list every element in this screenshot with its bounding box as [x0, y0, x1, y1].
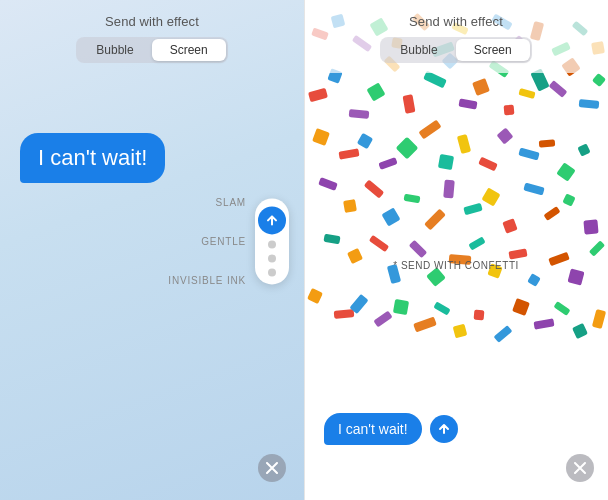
confetti-piece — [373, 311, 392, 328]
confetti-piece — [472, 78, 490, 96]
confetti-piece — [423, 71, 447, 88]
confetti-piece — [504, 105, 515, 116]
confetti-piece — [457, 134, 471, 154]
arrow-up-icon — [265, 213, 279, 227]
send-arrow-icon — [437, 422, 451, 436]
confetti-piece — [572, 323, 588, 339]
confetti-piece — [443, 180, 455, 199]
confetti-piece — [478, 157, 498, 172]
confetti-piece — [468, 236, 485, 250]
right-close-button[interactable] — [566, 454, 594, 482]
confetti-piece — [583, 219, 598, 234]
confetti-piece — [308, 88, 328, 102]
confetti-piece — [323, 234, 340, 245]
confetti-piece — [518, 148, 539, 161]
confetti-piece — [592, 309, 606, 329]
confetti-piece — [543, 206, 560, 221]
left-tab-bubble[interactable]: Bubble — [78, 39, 151, 61]
confetti-piece — [533, 318, 554, 329]
confetti-piece — [497, 128, 514, 145]
scroll-dot-3 — [268, 268, 276, 276]
confetti-piece — [418, 120, 441, 140]
left-tab-screen[interactable]: Screen — [152, 39, 226, 61]
confetti-piece — [549, 80, 568, 98]
confetti-piece — [523, 183, 544, 196]
confetti-piece — [378, 157, 397, 170]
right-message-area: I can't wait! — [324, 413, 553, 445]
confetti-piece — [312, 128, 330, 146]
confetti-piece — [307, 288, 323, 304]
confetti-piece — [512, 298, 530, 316]
effect-labels: SLAM GENTLE INVISIBLE INK — [168, 197, 246, 286]
right-panel: Send with effect Bubble Screen * SEND WI… — [304, 0, 608, 500]
confetti-piece — [409, 240, 427, 258]
right-tab-bubble[interactable]: Bubble — [382, 39, 455, 61]
confetti-piece — [357, 133, 373, 149]
confetti-piece — [424, 209, 446, 231]
message-bubble: I can't wait! — [20, 133, 165, 183]
confetti-piece — [463, 203, 482, 215]
confetti-piece — [404, 194, 421, 204]
confetti-piece — [396, 137, 419, 160]
confetti-piece — [364, 180, 384, 199]
confetti-piece — [553, 301, 570, 316]
left-panel: Send with effect Bubble Screen I can't w… — [0, 0, 304, 500]
confetti-piece — [508, 248, 527, 259]
close-icon — [266, 462, 278, 474]
confetti-piece — [577, 143, 590, 156]
right-send-button[interactable] — [430, 415, 458, 443]
scroll-indicator — [255, 198, 289, 284]
confetti-piece — [369, 235, 389, 252]
left-title: Send with effect — [0, 14, 304, 29]
confetti-piece — [481, 187, 500, 206]
left-tab-bar: Bubble Screen — [76, 37, 227, 63]
right-header: Send with effect Bubble Screen — [304, 0, 608, 73]
confetti-piece — [366, 82, 385, 101]
right-close-icon — [574, 462, 586, 474]
scroll-up-button[interactable] — [258, 206, 286, 234]
confetti-piece — [458, 98, 477, 109]
confetti-piece — [502, 218, 517, 233]
confetti-piece — [494, 325, 513, 343]
confetti-piece — [349, 109, 370, 119]
confetti-piece — [579, 99, 600, 109]
confetti-piece — [518, 88, 535, 99]
left-header: Send with effect Bubble Screen — [0, 0, 304, 73]
right-message-bubble: I can't wait! — [324, 413, 422, 445]
confetti-piece — [433, 301, 450, 315]
right-title: Send with effect — [304, 14, 608, 29]
confetti-piece — [474, 310, 485, 321]
confetti-piece — [343, 199, 357, 213]
confetti-piece — [403, 94, 416, 113]
effect-gentle: GENTLE — [201, 236, 246, 247]
confetti-piece — [592, 73, 606, 87]
confetti-piece — [539, 139, 556, 147]
confetti-piece — [381, 207, 400, 226]
left-close-button[interactable] — [258, 454, 286, 482]
scroll-dot-2 — [268, 254, 276, 262]
confetti-piece — [338, 148, 359, 159]
effect-slam: SLAM — [216, 197, 246, 208]
panel-divider — [304, 0, 305, 500]
confetti-piece — [334, 309, 355, 319]
scroll-dot-1 — [268, 240, 276, 248]
right-tab-screen[interactable]: Screen — [456, 39, 530, 61]
confetti-piece — [393, 299, 409, 315]
confetti-piece — [527, 273, 541, 287]
confetti-piece — [438, 154, 454, 170]
confetti-piece — [562, 193, 575, 206]
effect-invisible-ink: INVISIBLE INK — [168, 275, 246, 286]
send-with-confetti-label: * SEND WITH CONFETTI — [304, 260, 608, 271]
left-content: I can't wait! — [0, 73, 304, 500]
confetti-piece — [556, 162, 575, 181]
confetti-piece — [589, 240, 605, 256]
right-tab-bar: Bubble Screen — [380, 37, 531, 63]
confetti-piece — [318, 177, 338, 191]
confetti-piece — [413, 317, 437, 333]
confetti-piece — [453, 324, 468, 339]
